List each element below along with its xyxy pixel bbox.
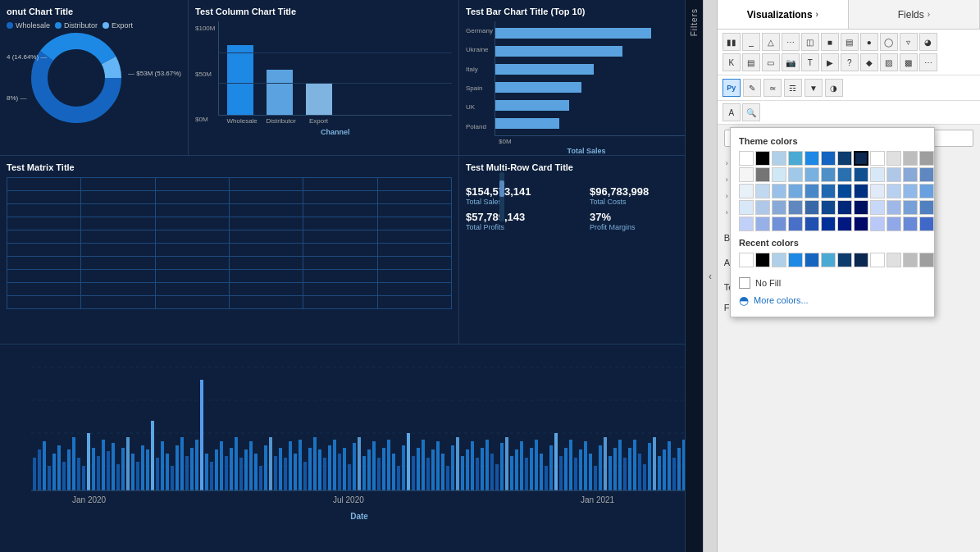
viz-icon-table[interactable]: ◫ bbox=[801, 33, 819, 51]
tab-fields[interactable]: Fields › bbox=[849, 0, 980, 29]
viz-icon-gauge[interactable]: ◕ bbox=[919, 33, 937, 51]
swatch-r4-8[interactable] bbox=[854, 200, 868, 215]
swatch-r4-5[interactable] bbox=[805, 200, 819, 215]
swatch-r3-7[interactable] bbox=[837, 184, 852, 198]
swatch-r5-2[interactable] bbox=[755, 217, 770, 231]
swatch-r5-12[interactable] bbox=[919, 217, 934, 231]
format-icon-search[interactable]: 🔍 bbox=[742, 103, 760, 121]
tab-visualizations[interactable]: Visualizations › bbox=[718, 0, 849, 29]
viz-icon-image[interactable]: 📷 bbox=[782, 53, 800, 71]
swatch-r5-9[interactable] bbox=[870, 217, 885, 231]
viz-icon-more[interactable]: ⋯ bbox=[919, 53, 937, 71]
format-paintbrush-icon[interactable]: ✎ bbox=[743, 79, 761, 97]
recent-swatch-9[interactable] bbox=[870, 253, 885, 267]
swatch-grey1[interactable] bbox=[887, 151, 901, 166]
viz-icon-shape[interactable]: ▭ bbox=[762, 53, 780, 71]
swatch-r4-9[interactable] bbox=[870, 200, 885, 215]
swatch-r4-4[interactable] bbox=[788, 200, 803, 215]
more-colors-option[interactable]: ◓ More colors... bbox=[739, 292, 926, 308]
panel-collapse-button[interactable]: ‹ bbox=[703, 0, 718, 552]
viz-icon-card[interactable]: ▤ bbox=[841, 33, 859, 51]
viz-icon-button[interactable]: ▶ bbox=[821, 53, 839, 71]
swatch-r2-11[interactable] bbox=[903, 167, 918, 182]
matrix-scrollbar[interactable] bbox=[499, 172, 504, 221]
swatch-blue1[interactable] bbox=[805, 151, 819, 166]
swatch-grey2[interactable] bbox=[903, 151, 918, 166]
viz-icon-map[interactable]: ● bbox=[860, 33, 878, 51]
format-py-icon[interactable]: Py bbox=[722, 79, 741, 97]
swatch-r2-6[interactable] bbox=[821, 167, 836, 182]
swatch-r3-4[interactable] bbox=[788, 184, 803, 198]
recent-swatch-8[interactable] bbox=[854, 253, 868, 267]
viz-icon-stacked-bar[interactable]: ▮▮ bbox=[722, 33, 741, 51]
swatch-r5-5[interactable] bbox=[805, 217, 819, 231]
swatch-r2-8[interactable] bbox=[854, 167, 868, 182]
swatch-r2-1[interactable] bbox=[739, 167, 754, 182]
viz-icon-scatter[interactable]: ⋯ bbox=[782, 33, 800, 51]
swatch-r4-1[interactable] bbox=[739, 200, 754, 215]
viz-icon-textbox[interactable]: T bbox=[801, 53, 819, 71]
swatch-dark-blue1[interactable] bbox=[821, 151, 836, 166]
swatch-white2[interactable] bbox=[870, 151, 885, 166]
format-general-icon[interactable]: ◑ bbox=[825, 79, 843, 97]
viz-icon-funnel[interactable]: ▿ bbox=[900, 33, 918, 51]
swatch-r5-10[interactable] bbox=[887, 217, 901, 231]
swatch-r2-4[interactable] bbox=[788, 167, 803, 182]
recent-swatch-10[interactable] bbox=[887, 253, 901, 267]
format-analytics-icon[interactable]: ≃ bbox=[763, 79, 782, 97]
recent-swatch-4[interactable] bbox=[788, 253, 803, 267]
swatch-r5-6[interactable] bbox=[821, 217, 836, 231]
swatch-r3-1[interactable] bbox=[739, 184, 754, 198]
swatch-black[interactable] bbox=[755, 151, 770, 166]
swatch-r3-8[interactable] bbox=[854, 184, 868, 198]
swatch-r4-12[interactable] bbox=[919, 200, 934, 215]
swatch-r4-10[interactable] bbox=[887, 200, 901, 215]
swatch-light-blue1[interactable] bbox=[772, 151, 786, 166]
viz-icon-area[interactable]: △ bbox=[762, 33, 780, 51]
recent-swatch-2[interactable] bbox=[755, 253, 770, 267]
swatch-r4-7[interactable] bbox=[837, 200, 852, 215]
matrix-scrollbar-thumb[interactable] bbox=[499, 180, 504, 197]
swatch-r2-9[interactable] bbox=[870, 167, 885, 182]
format-data-icon[interactable]: ☶ bbox=[784, 79, 802, 97]
swatch-r3-10[interactable] bbox=[887, 184, 901, 198]
swatch-r5-4[interactable] bbox=[788, 217, 803, 231]
swatch-r2-10[interactable] bbox=[887, 167, 901, 182]
swatch-r3-9[interactable] bbox=[870, 184, 885, 198]
swatch-r3-2[interactable] bbox=[755, 184, 770, 198]
swatch-r3-6[interactable] bbox=[821, 184, 836, 198]
swatch-r4-11[interactable] bbox=[903, 200, 918, 215]
swatch-darker-blue1[interactable] bbox=[837, 151, 852, 166]
swatch-white[interactable] bbox=[739, 151, 754, 166]
viz-icon-waterfall[interactable]: ▨ bbox=[880, 53, 898, 71]
recent-swatch-7[interactable] bbox=[837, 253, 852, 267]
swatch-r5-7[interactable] bbox=[837, 217, 852, 231]
swatch-mid-blue1[interactable] bbox=[788, 151, 803, 166]
swatch-darkest-blue1[interactable] bbox=[854, 151, 868, 166]
swatch-r5-3[interactable] bbox=[772, 217, 786, 231]
swatch-r4-6[interactable] bbox=[821, 200, 836, 215]
viz-icon-decomp[interactable]: ◆ bbox=[860, 53, 878, 71]
format-filter-icon[interactable]: ▼ bbox=[805, 79, 823, 97]
viz-icon-donut[interactable]: ◯ bbox=[880, 33, 898, 51]
swatch-r2-3[interactable] bbox=[772, 167, 786, 182]
viz-icon-matrix[interactable]: ■ bbox=[821, 33, 839, 51]
swatch-r3-12[interactable] bbox=[919, 184, 934, 198]
swatch-r3-3[interactable] bbox=[772, 184, 786, 198]
swatch-r4-2[interactable] bbox=[755, 200, 770, 215]
swatch-grey3[interactable] bbox=[919, 151, 934, 166]
swatch-r2-5[interactable] bbox=[805, 167, 819, 182]
recent-swatch-11[interactable] bbox=[903, 253, 918, 267]
recent-swatch-3[interactable] bbox=[772, 253, 786, 267]
swatch-r5-11[interactable] bbox=[903, 217, 918, 231]
swatch-r5-8[interactable] bbox=[854, 217, 868, 231]
swatch-r3-11[interactable] bbox=[903, 184, 918, 198]
swatch-r5-1[interactable] bbox=[739, 217, 754, 231]
swatch-r2-2[interactable] bbox=[755, 167, 770, 182]
viz-icon-ribbon[interactable]: ▩ bbox=[900, 53, 918, 71]
viz-icon-qna[interactable]: ? bbox=[841, 53, 859, 71]
recent-swatch-1[interactable] bbox=[739, 253, 754, 267]
viz-icon-kpi[interactable]: K bbox=[722, 53, 741, 71]
viz-icon-slicer[interactable]: ▤ bbox=[742, 53, 760, 71]
no-fill-checkbox[interactable] bbox=[739, 277, 750, 289]
